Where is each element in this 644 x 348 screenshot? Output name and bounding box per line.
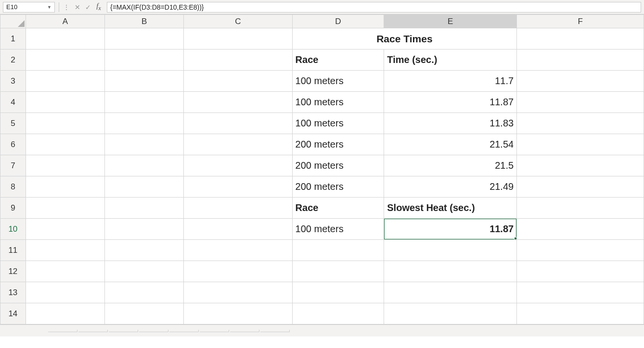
cell-b13[interactable] (105, 282, 184, 303)
cell-d1-e1-merged[interactable]: Race Times (292, 28, 517, 50)
cell-c5[interactable] (184, 113, 292, 134)
cell-b6[interactable] (105, 134, 184, 155)
cell-f4[interactable] (517, 92, 644, 113)
cell-d11[interactable] (292, 240, 384, 261)
cell-e2[interactable]: Time (sec.) (384, 50, 517, 71)
sheet-tab[interactable] (109, 330, 138, 332)
cell-c13[interactable] (184, 282, 292, 303)
cell-f5[interactable] (517, 113, 644, 134)
cell-b14[interactable] (105, 303, 184, 324)
cell-f6[interactable] (517, 134, 644, 155)
cell-d14[interactable] (292, 303, 384, 324)
cell-c8[interactable] (184, 176, 292, 198)
cell-c12[interactable] (184, 261, 292, 282)
cell-b10[interactable] (105, 219, 184, 240)
fill-handle[interactable] (514, 237, 517, 240)
cell-f1[interactable] (517, 28, 644, 50)
cell-c11[interactable] (184, 240, 292, 261)
cell-d10[interactable]: 100 meters (292, 219, 384, 240)
cell-f10[interactable] (517, 219, 644, 240)
cell-a13[interactable] (26, 282, 104, 303)
cell-c6[interactable] (184, 134, 292, 155)
cell-f7[interactable] (517, 155, 644, 176)
cell-f9[interactable] (517, 198, 644, 219)
row-header-5[interactable]: 5 (0, 113, 26, 134)
cell-a6[interactable] (26, 134, 104, 155)
cell-d2[interactable]: Race (292, 50, 384, 71)
cell-b1[interactable] (105, 28, 184, 50)
cell-d9[interactable]: Race (292, 198, 384, 219)
cancel-formula-button[interactable]: ✕ (72, 3, 83, 11)
cell-c9[interactable] (184, 198, 292, 219)
cell-d4[interactable]: 100 meters (292, 92, 384, 113)
cell-b4[interactable] (105, 92, 184, 113)
cell-d7[interactable]: 200 meters (292, 155, 384, 176)
cell-a1[interactable] (26, 28, 104, 50)
row-header-2[interactable]: 2 (0, 50, 26, 71)
col-header-c[interactable]: C (184, 15, 292, 28)
cell-b11[interactable] (105, 240, 184, 261)
cell-c7[interactable] (184, 155, 292, 176)
row-header-6[interactable]: 6 (0, 134, 26, 155)
cell-d13[interactable] (292, 282, 384, 303)
sheet-tab[interactable] (78, 330, 108, 332)
cell-c1[interactable] (184, 28, 292, 50)
cell-f11[interactable] (517, 240, 644, 261)
row-header-4[interactable]: 4 (0, 92, 26, 113)
cell-e5[interactable]: 11.83 (384, 113, 517, 134)
sheet-tab[interactable] (139, 330, 168, 332)
cell-f12[interactable] (517, 261, 644, 282)
name-box[interactable]: E10 ▼ (3, 2, 55, 12)
cell-a12[interactable] (26, 261, 104, 282)
cell-c4[interactable] (184, 92, 292, 113)
enter-formula-button[interactable]: ✓ (83, 3, 93, 11)
cell-b5[interactable] (105, 113, 184, 134)
cell-b2[interactable] (105, 50, 184, 71)
row-header-3[interactable]: 3 (0, 71, 26, 92)
cell-a3[interactable] (26, 71, 104, 92)
row-header-7[interactable]: 7 (0, 155, 26, 176)
cell-e13[interactable] (384, 282, 517, 303)
col-header-f[interactable]: F (517, 15, 644, 28)
cell-a9[interactable] (26, 198, 104, 219)
cell-a7[interactable] (26, 155, 104, 176)
fx-icon[interactable]: fx (93, 2, 104, 12)
formula-input[interactable]: {=MAX(IF(D3:D8=D10,E3:E8))} (107, 2, 641, 12)
sheet-tab[interactable] (48, 330, 77, 332)
cell-e4[interactable]: 11.87 (384, 92, 517, 113)
sheet-tab[interactable] (169, 330, 199, 332)
cell-b12[interactable] (105, 261, 184, 282)
cell-e10[interactable]: 11.87 (384, 219, 517, 240)
row-header-13[interactable]: 13 (0, 282, 26, 303)
row-header-11[interactable]: 11 (0, 240, 26, 261)
cell-a10[interactable] (26, 219, 104, 240)
cell-e3[interactable]: 11.7 (384, 71, 517, 92)
cell-e7[interactable]: 21.5 (384, 155, 517, 176)
col-header-b[interactable]: B (105, 15, 184, 28)
sheet-tab[interactable] (260, 330, 290, 332)
col-header-d[interactable]: D (292, 15, 384, 28)
col-header-e[interactable]: E (384, 15, 517, 28)
cell-c10[interactable] (184, 219, 292, 240)
cell-c3[interactable] (184, 71, 292, 92)
cell-a11[interactable] (26, 240, 104, 261)
cell-e12[interactable] (384, 261, 517, 282)
cell-f14[interactable] (517, 303, 644, 324)
select-all-corner[interactable] (0, 15, 26, 28)
row-header-14[interactable]: 14 (0, 303, 26, 324)
cell-b3[interactable] (105, 71, 184, 92)
cell-f2[interactable] (517, 50, 644, 71)
spreadsheet-grid[interactable]: A B C D E F 1 Race Times 2 (0, 14, 644, 324)
cell-e14[interactable] (384, 303, 517, 324)
row-header-8[interactable]: 8 (0, 176, 26, 198)
row-header-9[interactable]: 9 (0, 198, 26, 219)
cell-d6[interactable]: 200 meters (292, 134, 384, 155)
cell-b7[interactable] (105, 155, 184, 176)
cell-c14[interactable] (184, 303, 292, 324)
cell-f8[interactable] (517, 176, 644, 198)
cell-d3[interactable]: 100 meters (292, 71, 384, 92)
cell-f13[interactable] (517, 282, 644, 303)
cell-e9[interactable]: Slowest Heat (sec.) (384, 198, 517, 219)
cell-b8[interactable] (105, 176, 184, 198)
cell-c2[interactable] (184, 50, 292, 71)
